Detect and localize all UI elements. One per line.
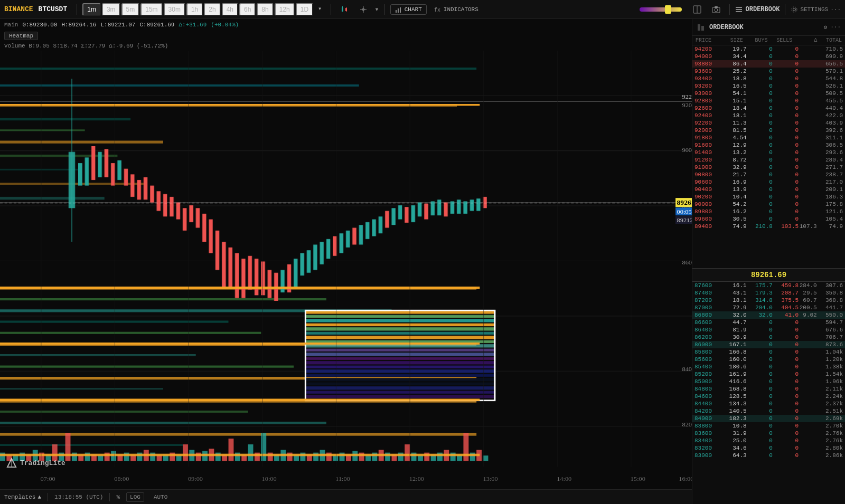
- tf-1m[interactable]: 1m: [82, 3, 101, 16]
- bid-buys: 204.0: [747, 305, 773, 311]
- ask-row[interactable]: 93000 54.1 0 0 509.5: [692, 90, 845, 97]
- tf-dropdown[interactable]: ▾: [314, 3, 325, 16]
- log-button[interactable]: LOG: [126, 492, 144, 502]
- bid-row[interactable]: 83200 34.6 0 0 2.80k: [692, 444, 845, 452]
- ask-row[interactable]: 90200 10.4 0 0 186.3: [692, 193, 845, 201]
- tf-2h[interactable]: 2h: [204, 3, 220, 16]
- ask-row[interactable]: 94200 19.7 0 0 710.5: [692, 45, 845, 53]
- ask-row[interactable]: 90800 21.7 0 0 238.7: [692, 171, 845, 178]
- bid-row[interactable]: 83000 64.3 0 0 2.86k: [692, 452, 845, 459]
- ask-row[interactable]: 92200 11.3 0 0 403.9: [692, 119, 845, 127]
- ask-row[interactable]: 91800 4.54 0 0 311.1: [692, 134, 845, 141]
- ask-price: 94200: [694, 46, 720, 52]
- ask-row[interactable]: 92400 18.1 0 0 422.0: [692, 112, 845, 119]
- ask-row[interactable]: 89600 30.5 0 0 105.4: [692, 215, 845, 223]
- ob-settings-icon[interactable]: ⚙: [824, 24, 828, 31]
- heatmap-tag[interactable]: Heatmap: [4, 32, 38, 40]
- bid-row[interactable]: 85200 161.9 0 0 1.54k: [692, 370, 845, 378]
- ask-delta: [799, 186, 817, 193]
- svg-rect-8: [398, 8, 399, 13]
- crosshair-dropdown[interactable]: ▾: [374, 5, 379, 14]
- chart-canvas[interactable]: 92200.89 92000.00 90000.00 88000.00 8600…: [0, 51, 692, 489]
- separator: [77, 4, 77, 15]
- settings-dots[interactable]: ···: [830, 6, 841, 13]
- camera-button[interactable]: [708, 4, 724, 15]
- bid-total: 2.76k: [817, 438, 843, 444]
- svg-rect-220: [0, 343, 480, 345]
- bid-row[interactable]: 83800 10.8 0 0 2.70k: [692, 422, 845, 430]
- slider-track[interactable]: [640, 7, 682, 12]
- ask-total: 238.7: [817, 172, 843, 178]
- ask-sells: 0: [773, 68, 799, 74]
- layout-button[interactable]: [689, 4, 705, 15]
- bid-row[interactable]: 84800 168.8 0 0 2.11k: [692, 385, 845, 393]
- ask-delta: [799, 90, 817, 97]
- ask-price: 92000: [694, 127, 720, 134]
- templates-button[interactable]: Templates ▲: [4, 494, 41, 500]
- chart-type-button[interactable]: [336, 4, 352, 15]
- bid-row[interactable]: 84200 140.5 0 0 2.51k: [692, 407, 845, 415]
- ask-row[interactable]: 89800 16.2 0 0 121.6: [692, 208, 845, 215]
- bid-row[interactable]: 87400 43.1 179.3 208.7 29.5 350.8: [692, 289, 845, 297]
- bid-row[interactable]: 83400 25.0 0 0 2.76k: [692, 437, 845, 444]
- slider-thumb[interactable]: [665, 5, 671, 14]
- bid-row[interactable]: 85000 416.6 0 0 1.96k: [692, 378, 845, 385]
- ob-more-icon[interactable]: ···: [830, 24, 841, 31]
- bid-total: 350.8: [817, 290, 843, 296]
- ask-row[interactable]: 93200 16.5 0 0 526.1: [692, 82, 845, 90]
- chart-button[interactable]: CHART: [390, 4, 427, 15]
- volume-text: Volume B:9.05 S:18.74 Σ:27.79 Δ:-9.69 (-…: [4, 43, 168, 49]
- tf-1h[interactable]: 1h: [186, 3, 203, 16]
- ask-row[interactable]: 92800 15.1 0 0 455.5: [692, 97, 845, 104]
- bid-row[interactable]: 85600 160.0 0 0 1.20k: [692, 356, 845, 363]
- ask-row[interactable]: 91000 32.9 0 0 271.7: [692, 164, 845, 171]
- bid-buys: 0: [747, 371, 773, 377]
- ask-row[interactable]: 90600 16.9 0 0 217.0: [692, 178, 845, 186]
- bid-row[interactable]: 83600 31.9 0 0 2.76k: [692, 430, 845, 437]
- ask-row[interactable]: 91600 12.9 0 0 306.5: [692, 141, 845, 149]
- tf-30m[interactable]: 30m: [164, 3, 185, 16]
- bid-buys: 314.8: [747, 297, 773, 303]
- ask-row[interactable]: 89400 74.9 210.8 103.5 107.3 74.9: [692, 223, 845, 230]
- tf-8h[interactable]: 8h: [257, 3, 273, 16]
- ask-row[interactable]: 91200 8.72 0 0 280.4: [692, 156, 845, 164]
- ask-price: 89400: [694, 223, 720, 230]
- ask-row[interactable]: 90400 13.9 0 0 200.1: [692, 186, 845, 193]
- svg-rect-78: [209, 220, 212, 253]
- ask-row[interactable]: 90000 54.2 0 0 175.8: [692, 201, 845, 208]
- bid-row[interactable]: 85800 166.8 0 0 1.04k: [692, 348, 845, 356]
- ask-row[interactable]: 91400 13.2 0 0 293.6: [692, 149, 845, 156]
- bid-row[interactable]: 84400 134.3 0 0 2.37k: [692, 400, 845, 407]
- bid-price: 86200: [694, 334, 720, 340]
- tf-3m[interactable]: 3m: [102, 3, 120, 16]
- ask-row[interactable]: 94000 34.4 0 0 690.9: [692, 53, 845, 60]
- tf-15m[interactable]: 15m: [140, 3, 162, 16]
- bid-row[interactable]: 86400 81.9 0 0 676.6: [692, 326, 845, 334]
- bid-row[interactable]: 87000 72.9 204.0 404.5 200.5 441.7: [692, 304, 845, 311]
- percent-button[interactable]: %: [116, 494, 120, 500]
- ask-row[interactable]: 92600 18.4 0 0 440.4: [692, 104, 845, 112]
- ask-row[interactable]: 93400 18.8 0 0 544.8: [692, 75, 845, 82]
- tf-5m[interactable]: 5m: [121, 3, 140, 16]
- bid-row[interactable]: 87600 16.1 175.7 459.8 284.0 307.6: [692, 282, 845, 289]
- auto-button[interactable]: AUTO: [151, 493, 171, 501]
- bid-row[interactable]: 86200 30.9 0 0 706.7: [692, 334, 845, 341]
- bid-row[interactable]: 85400 180.6 0 0 1.38k: [692, 363, 845, 370]
- bid-row[interactable]: 87200 18.1 314.8 375.5 60.7 368.8: [692, 297, 845, 304]
- crosshair-button[interactable]: [355, 4, 371, 15]
- tf-12h[interactable]: 12h: [275, 3, 295, 16]
- tf-4h[interactable]: 4h: [222, 3, 238, 16]
- bid-row[interactable]: 84000 182.3 0 0 2.69k: [692, 415, 845, 422]
- tf-6h[interactable]: 6h: [239, 3, 256, 16]
- bid-buys: 0: [747, 452, 773, 459]
- tf-1d[interactable]: 1D: [296, 3, 313, 16]
- settings-button[interactable]: SETTINGS ···: [791, 6, 841, 13]
- bid-row[interactable]: 86000 167.1 0 0 873.6: [692, 341, 845, 348]
- bid-row[interactable]: 86600 44.7 0 0 594.7: [692, 319, 845, 326]
- bid-row[interactable]: 84600 128.5 0 0 2.24k: [692, 393, 845, 400]
- ask-row[interactable]: 93600 25.2 0 0 570.1: [692, 68, 845, 75]
- ask-row[interactable]: 93800 86.4 0 0 656.5: [692, 60, 845, 68]
- bid-row[interactable]: 86800 32.0 32.0 41.0 9.02 550.0: [692, 311, 845, 319]
- ask-row[interactable]: 92000 81.5 0 0 392.6: [692, 127, 845, 134]
- indicators-button[interactable]: fx INDICATORS: [430, 4, 483, 15]
